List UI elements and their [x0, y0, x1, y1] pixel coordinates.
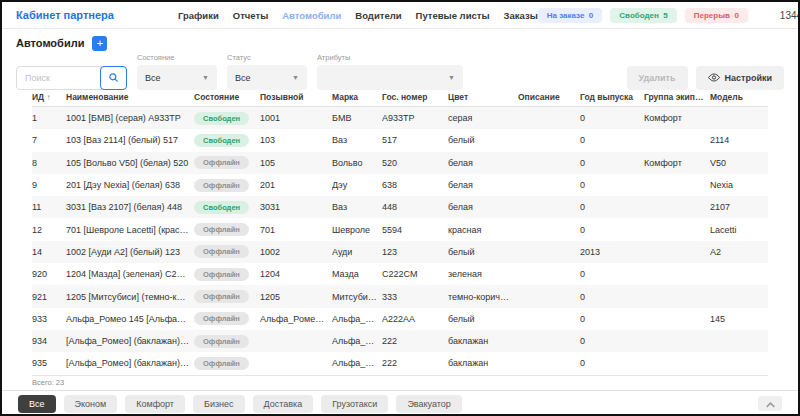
total-count: Всего: 23 [32, 376, 768, 390]
column-header-callsign[interactable]: Позывной [260, 92, 332, 102]
cell-year: 0 [580, 202, 644, 212]
table-row[interactable]: 921 1205 [Митсубиси] (темно-коричневый) … [32, 285, 768, 307]
status-badge: Оффлайн [194, 223, 249, 236]
cell-name: Альфа_Ромео 145 [Альфа_Ромео 145] (... [66, 314, 194, 324]
cell-color: серая [448, 113, 518, 123]
status-badge: Оффлайн [194, 357, 249, 370]
cell-brand: Вольво [332, 158, 382, 168]
cell-plate: 222 [382, 358, 448, 368]
cell-brand: Альфа_Ромео [332, 358, 382, 368]
status-count-badge: Перерыв 0 [685, 8, 748, 23]
cell-name: 105 [Вольво V50] (белая) 520 [66, 158, 194, 168]
vehicles-table: ИД ↑ Наименование Состояние Позывной Мар… [2, 87, 798, 390]
cell-status: Оффлайн [194, 156, 260, 169]
table-row[interactable]: 7 103 [Ваз 2114] (белый) 517 Свободен 10… [32, 129, 768, 151]
cell-status: Оффлайн [194, 245, 260, 258]
crew-group-tab[interactable]: Эконом [64, 395, 118, 413]
status-badge: Оффлайн [194, 245, 249, 258]
cell-year: 0 [580, 314, 644, 324]
cell-id: 1 [32, 113, 66, 123]
nav-item[interactable]: Заказы [504, 10, 538, 21]
cell-status: Свободен [194, 112, 260, 125]
cell-plate: C222CM [382, 269, 448, 279]
cell-callsign: 201 [260, 180, 332, 190]
column-header-name[interactable]: Наименование [66, 92, 194, 102]
cell-id: 921 [32, 292, 66, 302]
cell-plate: 333 [382, 292, 448, 302]
app-window: Кабинет партнера Графики Отчеты Автомоби… [0, 0, 800, 416]
crew-group-tab[interactable]: Грузотакси [321, 395, 388, 413]
cell-year: 0 [580, 336, 644, 346]
column-header-model[interactable]: Модель [710, 92, 768, 102]
table-row[interactable]: 920 1204 [Мазда] (зеленая) C222CM Оффлай… [32, 263, 768, 285]
column-header-color[interactable]: Цвет [448, 92, 518, 102]
filter-row: Состояние Все ▼ Статус Все ▼ Атрибуты [16, 53, 784, 90]
cell-crew-group: Комфорт [644, 113, 710, 123]
cell-id: 933 [32, 314, 66, 324]
partner-id-counter: 1344 [780, 10, 800, 21]
cell-id: 7 [32, 135, 66, 145]
cell-name: 3031 [Ваз 2107] (белая) 448 [66, 202, 194, 212]
cell-brand: Шевроле [332, 225, 382, 235]
column-header-brand[interactable]: Марка [332, 92, 382, 102]
crew-group-tab[interactable]: Комфорт [125, 395, 185, 413]
column-header-year[interactable]: Год выпуска [580, 92, 644, 102]
table-row[interactable]: 12 701 [Шевроле Lacetti] (красная) 5594 … [32, 218, 768, 240]
brand-title: Кабинет партнера [16, 9, 114, 21]
table-row[interactable]: 935 [Альфа_Ромео] (баклажан) 222 Оффлайн… [32, 352, 768, 374]
crew-group-tab[interactable]: Доставка [253, 395, 314, 413]
cell-plate: 123 [382, 247, 448, 257]
cell-plate: 5594 [382, 225, 448, 235]
table-row[interactable]: 1 1001 [БМВ] (серая) A933TP Свободен 100… [32, 107, 768, 129]
filter-label: Состояние [137, 53, 217, 62]
crew-group-tab[interactable]: Эвакуатор [396, 395, 461, 413]
status-badge: Свободен [194, 201, 249, 214]
cell-color: белая [448, 202, 518, 212]
cell-brand: Ауди [332, 247, 382, 257]
nav-item[interactable]: Путевые листы [416, 10, 490, 21]
cell-status: Оффлайн [194, 179, 260, 192]
cell-brand: Альфа_Ромео [332, 314, 382, 324]
cell-year: 2013 [580, 247, 644, 257]
cell-brand: Ваз [332, 202, 382, 212]
table-row[interactable]: 8 105 [Вольво V50] (белая) 520 Оффлайн 1… [32, 152, 768, 174]
table-row[interactable]: 934 [Альфа_Ромео] (баклажан) 222 Оффлайн… [32, 330, 768, 352]
cell-color: темно-коричнев... [448, 292, 518, 302]
cell-year: 0 [580, 292, 644, 302]
add-vehicle-button[interactable]: + [92, 36, 107, 51]
column-header-id[interactable]: ИД ↑ [32, 92, 66, 102]
cell-brand: Митсубиси [332, 292, 382, 302]
status-badge: Свободен [194, 134, 249, 147]
status-badge: Оффлайн [194, 179, 249, 192]
nav-item[interactable]: Графики [178, 10, 219, 21]
search-input[interactable] [17, 67, 101, 89]
column-header-description[interactable]: Описание [518, 92, 580, 102]
nav-item[interactable]: Автомобили [282, 10, 341, 21]
page-title: Автомобили [16, 37, 84, 49]
cell-color: белый [448, 135, 518, 145]
table-row[interactable]: 9 201 [Дэу Nexia] (белая) 638 Оффлайн 20… [32, 174, 768, 196]
collapse-panel-button[interactable] [758, 396, 782, 411]
cell-year: 0 [580, 358, 644, 368]
cell-color: белая [448, 158, 518, 168]
nav-item[interactable]: Отчеты [233, 10, 268, 21]
table-row[interactable]: 11 3031 [Ваз 2107] (белая) 448 Свободен … [32, 196, 768, 218]
nav-item[interactable]: Водители [355, 10, 401, 21]
cell-id: 14 [32, 247, 66, 257]
cell-color: баклажан [448, 358, 518, 368]
cell-callsign: 1001 [260, 113, 332, 123]
cell-year: 0 [580, 113, 644, 123]
cell-status: Оффлайн [194, 223, 260, 236]
filter-label: Атрибуты [317, 53, 463, 62]
chevron-down-icon: ▼ [448, 74, 455, 81]
column-header-status[interactable]: Состояние [194, 92, 260, 102]
table-row[interactable]: 14 1002 [Ауди A2] (белый) 123 Оффлайн 10… [32, 241, 768, 263]
crew-group-tab[interactable]: Бизнес [193, 395, 245, 413]
crew-group-tab[interactable]: Все [18, 395, 56, 413]
status-count-badge: На заказе 0 [538, 8, 603, 23]
cell-brand: Мазда [332, 269, 382, 279]
table-row[interactable]: 933 Альфа_Ромео 145 [Альфа_Ромео 145] (.… [32, 308, 768, 330]
column-header-crew-group[interactable]: Группа экипажа [644, 92, 710, 102]
column-header-plate[interactable]: Гос. номер [382, 92, 448, 102]
cell-id: 8 [32, 158, 66, 168]
